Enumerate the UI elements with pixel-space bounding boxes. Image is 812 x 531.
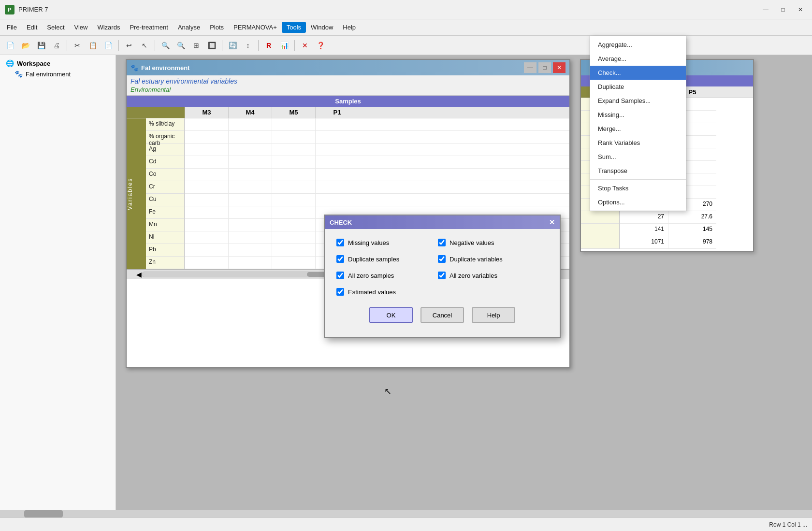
tb-zoom-out[interactable]: 🔍 (174, 39, 188, 52)
tb-undo[interactable]: ↩ (122, 39, 136, 52)
tb-zoom-fit[interactable]: ⊞ (189, 39, 203, 52)
cancel-button[interactable]: Cancel (420, 307, 464, 323)
menu-plots[interactable]: Plots (205, 22, 229, 33)
menu-select[interactable]: Select (42, 22, 69, 33)
cb-estimated[interactable]: Estimated values (336, 288, 419, 296)
cell (185, 219, 228, 231)
tb-close[interactable]: ✕ (298, 39, 312, 52)
cb-dup-samples-label: Duplicate samples (348, 256, 399, 263)
var-cr: Cr (146, 181, 184, 194)
cb-dup-samples[interactable]: Duplicate samples (336, 255, 419, 263)
cell (315, 118, 359, 130)
cell (315, 181, 359, 193)
tools-sum[interactable]: Sum... (590, 150, 686, 164)
col-head-p1: P1 (315, 107, 359, 118)
tb-save[interactable]: 💾 (34, 39, 48, 52)
tb-select-mode[interactable]: ↖ (137, 39, 152, 52)
tb-chart[interactable]: 📊 (277, 39, 291, 52)
cell (272, 169, 315, 181)
sidebar-item-workspace[interactable]: 🌐 Workspace (3, 58, 113, 69)
ok-button[interactable]: OK (369, 307, 413, 323)
cell (228, 169, 272, 181)
menu-view[interactable]: View (70, 22, 93, 33)
dialog-close-btn[interactable]: ✕ (549, 218, 555, 226)
workspace-icon: 🌐 (6, 59, 14, 67)
cb-zero-variables[interactable]: All zero variables (438, 272, 520, 279)
tb-r-button[interactable]: R (261, 39, 276, 52)
cell (228, 118, 272, 130)
scroll-left-btn[interactable]: ◀ (136, 271, 142, 278)
tb-refresh[interactable]: 🔄 (225, 39, 240, 52)
tb-copy[interactable]: 📋 (86, 39, 100, 52)
cb-missing-input[interactable] (336, 239, 344, 246)
cell (228, 206, 272, 218)
tb-zoom-100[interactable]: 🔲 (204, 39, 219, 52)
tools-rank-variables[interactable]: Rank Variables (590, 136, 686, 150)
tools-average[interactable]: Average... (590, 52, 686, 66)
menu-help[interactable]: Help (338, 22, 361, 33)
cell (185, 257, 228, 269)
maximize-button[interactable]: □ (776, 4, 790, 15)
cell (315, 156, 359, 168)
main-area: 🌐 Workspace 🐾 Fal environment 🐾 Fal envi… (0, 55, 812, 517)
table-row: 978 (668, 236, 716, 249)
dialog-title: CHECK (330, 219, 352, 226)
menu-file[interactable]: File (2, 22, 22, 33)
main-h-scrollbar[interactable] (0, 510, 812, 517)
menu-permanova[interactable]: PERMANOVA+ (229, 22, 282, 33)
cb-missing-values[interactable]: Missing values (336, 239, 419, 246)
tb-cut[interactable]: ✂ (70, 39, 85, 52)
cb-dup-variables[interactable]: Duplicate variables (438, 255, 520, 263)
table-title: Fal estuary environmental variables (130, 77, 566, 85)
dw-title: Fal environment (141, 64, 189, 72)
dw-close[interactable]: ✕ (553, 62, 566, 73)
tb-open[interactable]: 📂 (18, 39, 33, 52)
app-title: PRIMER 7 (18, 6, 48, 13)
cb-zero-samples[interactable]: All zero samples (336, 272, 419, 279)
help-button[interactable]: Help (472, 307, 515, 323)
dw-minimize[interactable]: — (524, 62, 536, 73)
cb-zero-vars-input[interactable] (438, 272, 446, 279)
tools-expand-samples[interactable]: Expand Samples... (590, 94, 686, 108)
tools-check[interactable]: Check... (590, 66, 686, 80)
status-bar: Row 1 Col 1 ... (0, 517, 812, 531)
cb-zero-samples-input[interactable] (336, 272, 344, 279)
dialog-titlebar: CHECK ✕ (325, 215, 560, 229)
tools-options[interactable]: Options... (590, 195, 686, 209)
cb-negative-input[interactable] (438, 239, 446, 246)
cb-dup-samples-input[interactable] (336, 255, 344, 263)
cell (185, 156, 228, 168)
tb-paste[interactable]: 📄 (101, 39, 116, 52)
menu-wizards[interactable]: Wizards (92, 22, 125, 33)
tb-print[interactable]: 🖨 (49, 39, 64, 52)
table-row (185, 118, 569, 131)
tb-new[interactable]: 📄 (3, 39, 17, 52)
menu-analyse[interactable]: Analyse (173, 22, 205, 33)
tb-zoom-in[interactable]: 🔍 (158, 39, 173, 52)
tb-sort[interactable]: ↕ (241, 39, 255, 52)
tools-aggregate[interactable]: Aggregate... (590, 38, 686, 52)
sidebar-item-fal[interactable]: 🐾 Fal environment (3, 69, 113, 79)
cb-estimated-label: Estimated values (348, 288, 396, 296)
checkbox-row-4: Estimated values (336, 288, 548, 296)
var-cd: Cd (146, 156, 184, 169)
var-fe: Fe (146, 206, 184, 219)
menu-tools[interactable]: Tools (282, 22, 306, 33)
menu-window[interactable]: Window (306, 22, 338, 33)
tools-duplicate[interactable]: Duplicate (590, 80, 686, 94)
tools-transpose[interactable]: Transpose (590, 164, 686, 178)
tools-merge[interactable]: Merge... (590, 122, 686, 136)
cb-estimated-input[interactable] (336, 288, 344, 296)
cb-negative-values[interactable]: Negative values (438, 239, 520, 246)
tb-help[interactable]: ❓ (313, 39, 328, 52)
menu-edit[interactable]: Edit (22, 22, 42, 33)
tools-missing[interactable]: Missing... (590, 108, 686, 122)
menu-pretreatment[interactable]: Pre-treatment (125, 22, 173, 33)
close-button[interactable]: ✕ (794, 4, 807, 15)
cb-dup-vars-input[interactable] (438, 255, 446, 263)
dw-maximize[interactable]: □ (538, 62, 551, 73)
table-row (185, 169, 569, 181)
minimize-button[interactable]: — (759, 4, 772, 15)
var-cu: Cu (146, 194, 184, 206)
tools-stop-tasks[interactable]: Stop Tasks (590, 181, 686, 195)
